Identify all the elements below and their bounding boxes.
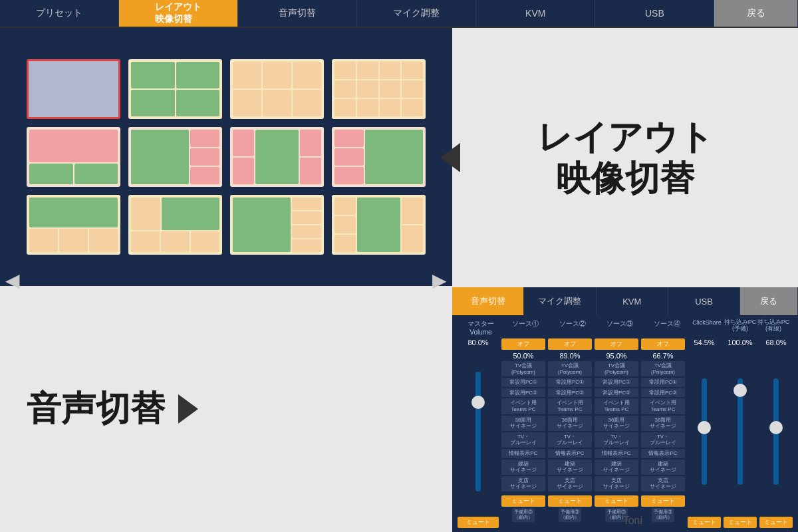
s1-item-5[interactable]: 36面用サイネージ — [501, 416, 545, 431]
layout-thumb-10[interactable] — [128, 195, 222, 255]
source-3-column: オフ 95.0% TV会議(Polycom) 常設用PC① 常設用PC② イベン… — [595, 338, 638, 528]
s1-mute-button[interactable]: ミュート — [501, 495, 545, 507]
prev-arrow[interactable]: ◀ — [5, 269, 20, 291]
s3-item-3[interactable]: 常設用PC② — [595, 388, 638, 398]
layout-thumb-12[interactable] — [332, 195, 426, 255]
pc2-mute-button[interactable]: ミュート — [759, 517, 793, 528]
pc1-slider-thumb[interactable] — [733, 384, 747, 397]
s1-item-4[interactable]: イベント用Teams PC — [501, 398, 545, 414]
s1-item-7[interactable]: 情報表示PC — [501, 449, 545, 458]
nav-kvm[interactable]: KVM — [476, 0, 595, 27]
cs-slider[interactable] — [702, 378, 707, 485]
audio-nav-audio[interactable]: 音声切替 — [452, 287, 524, 315]
s2-extra[interactable]: 予備用③（顧内） — [559, 508, 581, 522]
s4-item-4[interactable]: イベント用Teams PC — [641, 398, 685, 414]
cs-slider-thumb[interactable] — [698, 421, 711, 434]
layout-thumb-11[interactable] — [230, 195, 324, 255]
s4-item-3[interactable]: 常設用PC② — [641, 388, 685, 398]
s4-volume: 66.7% — [652, 352, 673, 360]
layout-grid-area — [0, 28, 452, 286]
s3-item-5[interactable]: 36面用サイネージ — [595, 416, 638, 431]
s4-off-button[interactable]: オフ — [641, 338, 685, 350]
s4-item-8[interactable]: 建築サイネージ — [641, 460, 685, 475]
s2-item-7[interactable]: 情報表示PC — [548, 449, 592, 458]
audio-nav-back[interactable]: 戻る — [740, 287, 798, 315]
top-navigation: プリセット レイアウト映像切替 音声切替 マイク調整 KVM USB 戻る — [0, 0, 798, 28]
pc1-slider[interactable] — [737, 378, 743, 485]
layout-thumb-6[interactable] — [128, 127, 222, 187]
master-slider-thumb[interactable] — [471, 396, 485, 409]
s1-item-9[interactable]: 支店サイネージ — [501, 476, 545, 491]
s3-item-4[interactable]: イベント用Teams PC — [595, 398, 638, 414]
layout-thumb-7[interactable] — [230, 127, 324, 187]
s4-extra[interactable]: 予備用③（顧内） — [652, 508, 674, 522]
source-2-column: オフ 89.0% TV会議(Polycom) 常設用PC① 常設用PC② イベン… — [548, 338, 592, 528]
s4-item-5[interactable]: 36面用サイネージ — [641, 416, 685, 431]
s4-item-7[interactable]: 情報表示PC — [641, 449, 685, 458]
s2-item-1[interactable]: TV会議(Polycom) — [548, 361, 592, 376]
s1-extra[interactable]: 予備用③（顧内） — [512, 508, 535, 522]
layout-thumb-8[interactable] — [332, 127, 426, 187]
s2-item-2[interactable]: 常設用PC① — [548, 378, 592, 387]
master-mute-button[interactable]: ミュート — [458, 517, 499, 528]
s1-off-button[interactable]: オフ — [501, 338, 545, 350]
s1-item-1[interactable]: TV会議(Polycom) — [501, 361, 545, 376]
layout-thumb-4[interactable] — [332, 59, 426, 119]
nav-preset[interactable]: プリセット — [0, 0, 119, 27]
s1-item-6[interactable]: TV・ブルーレイ — [501, 432, 545, 448]
pc1-mute-button[interactable]: ミュート — [724, 517, 757, 528]
s1-item-2[interactable]: 常設用PC① — [501, 378, 545, 387]
s2-volume: 89.0% — [559, 352, 580, 360]
s3-item-9[interactable]: 支店サイネージ — [595, 476, 638, 491]
next-arrow[interactable]: ▶ — [432, 269, 447, 291]
s2-item-3[interactable]: 常設用PC② — [548, 388, 592, 398]
arrow-right-icon — [178, 394, 198, 424]
s1-item-3[interactable]: 常設用PC② — [501, 388, 545, 398]
audio-nav-mic[interactable]: マイク調整 — [524, 287, 596, 315]
s2-item-8[interactable]: 建築サイネージ — [548, 460, 592, 475]
s2-item-5[interactable]: 36面用サイネージ — [548, 416, 592, 431]
header-s2: ソース② — [549, 319, 596, 336]
s2-item-4[interactable]: イベント用Teams PC — [548, 398, 592, 414]
s4-item-2[interactable]: 常設用PC① — [641, 378, 685, 387]
s3-mute-button[interactable]: ミュート — [595, 495, 638, 507]
s1-item-8[interactable]: 建築サイネージ — [501, 460, 545, 475]
main-container: ◀ ▶ — [0, 28, 798, 532]
s4-item-6[interactable]: TV・ブルーレイ — [641, 432, 685, 448]
nav-back[interactable]: 戻る — [714, 0, 798, 27]
layout-thumb-3[interactable] — [230, 59, 324, 119]
audio-nav-kvm[interactable]: KVM — [597, 287, 668, 315]
s3-item-7[interactable]: 情報表示PC — [595, 449, 638, 458]
layout-thumb-5[interactable] — [27, 127, 120, 187]
pc2-column: 68.0% ミュート — [759, 338, 793, 528]
nav-layout[interactable]: レイアウト映像切替 — [119, 0, 238, 27]
s2-source-list: TV会議(Polycom) 常設用PC① 常設用PC② イベント用Teams P… — [548, 361, 592, 491]
audio-nav-usb[interactable]: USB — [668, 287, 740, 315]
pc2-slider-thumb[interactable] — [769, 421, 783, 434]
layout-thumb-2[interactable] — [128, 59, 222, 119]
s3-off-button[interactable]: オフ — [595, 338, 638, 350]
layout-label-area: レイアウト 映像切替 — [452, 28, 798, 287]
nav-usb[interactable]: USB — [595, 0, 714, 27]
s3-item-6[interactable]: TV・ブルーレイ — [595, 432, 638, 448]
master-slider[interactable] — [475, 372, 481, 491]
cs-mute-button[interactable]: ミュート — [688, 517, 721, 528]
layout-thumb-1[interactable] — [27, 59, 120, 119]
pc1-column: 100.0% ミュート — [724, 338, 757, 528]
s2-mute-button[interactable]: ミュート — [548, 495, 592, 507]
s3-item-8[interactable]: 建築サイネージ — [595, 460, 638, 475]
s3-volume: 95.0% — [606, 352, 626, 360]
layout-thumb-9[interactable] — [27, 195, 120, 255]
nav-audio[interactable]: 音声切替 — [238, 0, 357, 27]
s4-item-1[interactable]: TV会議(Polycom) — [641, 361, 685, 376]
source-4-column: オフ 66.7% TV会議(Polycom) 常設用PC① 常設用PC② イベン… — [641, 338, 685, 528]
s2-off-button[interactable]: オフ — [548, 338, 592, 350]
s4-mute-button[interactable]: ミュート — [641, 495, 685, 507]
s3-item-2[interactable]: 常設用PC① — [595, 378, 638, 387]
nav-mic[interactable]: マイク調整 — [357, 0, 476, 27]
s3-item-1[interactable]: TV会議(Polycom) — [595, 361, 638, 376]
s2-item-9[interactable]: 支店サイネージ — [548, 476, 592, 491]
s2-item-6[interactable]: TV・ブルーレイ — [548, 432, 592, 448]
s4-item-9[interactable]: 支店サイネージ — [641, 476, 685, 491]
pc2-slider[interactable] — [773, 378, 779, 485]
